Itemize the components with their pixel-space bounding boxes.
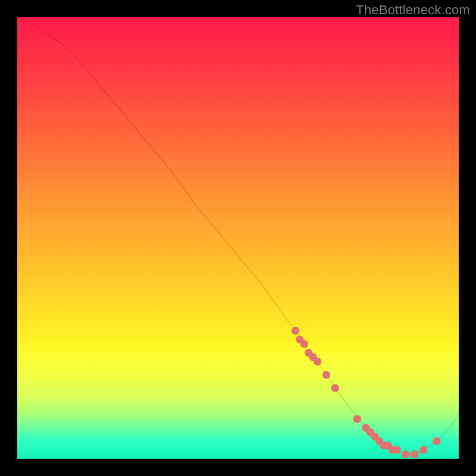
marker-dot xyxy=(322,371,330,378)
marker-dot xyxy=(419,446,427,453)
marker-dot xyxy=(292,327,299,334)
marker-dot xyxy=(393,446,400,453)
marker-dot xyxy=(402,450,409,458)
marker-dot xyxy=(433,437,440,445)
marker-dot xyxy=(411,450,418,458)
curve-line xyxy=(17,17,459,455)
watermark-text: TheBottleneck.com xyxy=(356,2,470,18)
marker-dot xyxy=(300,340,308,347)
marker-dot xyxy=(314,358,321,365)
marker-group xyxy=(292,327,441,458)
chart-overlay xyxy=(17,17,459,459)
chart-stage: TheBottleneck.com xyxy=(0,0,476,476)
marker-dot xyxy=(331,384,339,392)
bottleneck-curve xyxy=(17,17,459,455)
marker-dot xyxy=(353,415,361,423)
